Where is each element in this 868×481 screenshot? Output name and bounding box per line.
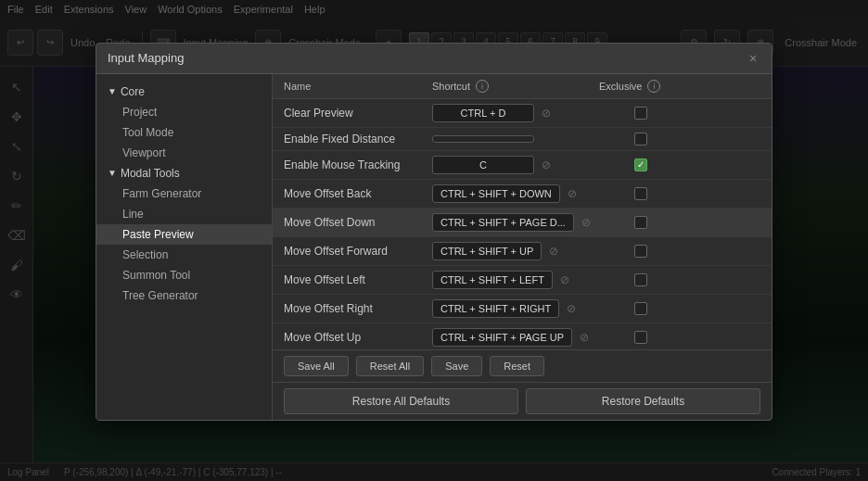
tree-item-paste-preview[interactable]: Paste Preview xyxy=(96,224,272,245)
tree-panel: ▼ Core Project Tool Mode Viewport ▼ Moda… xyxy=(96,74,273,420)
row-shortcut-5: CTRL + SHIFT + UP ⊘ xyxy=(432,242,599,260)
action-bar: Save All Reset All Save Reset xyxy=(273,349,772,382)
row-name-6: Move Offset Left xyxy=(284,273,432,286)
shortcut-clear-icon-0[interactable]: ⊘ xyxy=(538,105,555,121)
row-exclusive-3 xyxy=(599,187,683,200)
row-shortcut-8: CTRL + SHIFT + PAGE UP ⊘ xyxy=(432,328,599,347)
exclusive-checkbox-0[interactable] xyxy=(634,107,647,120)
exclusive-info-icon[interactable]: i xyxy=(647,80,660,93)
table-row: Move Offset Down CTRL + SHIFT + PAGE D..… xyxy=(273,209,772,237)
exclusive-checkbox-3[interactable] xyxy=(634,187,647,200)
shortcut-info-icon[interactable]: i xyxy=(476,80,489,93)
row-name-3: Move Offset Back xyxy=(284,187,432,200)
tree-item-summon-tool[interactable]: Summon Tool xyxy=(96,265,272,285)
table-row: Move Offset Back CTRL + SHIFT + DOWN ⊘ xyxy=(273,180,772,209)
tree-item-toolmode[interactable]: Tool Mode xyxy=(96,122,272,143)
tree-section-modal-tools[interactable]: ▼ Modal Tools xyxy=(96,163,272,184)
table-row: Move Offset Left CTRL + SHIFT + LEFT ⊘ xyxy=(273,266,772,295)
row-name-4: Move Offset Down xyxy=(284,216,432,229)
row-name-8: Move Offset Up xyxy=(284,331,432,344)
row-exclusive-1 xyxy=(599,133,683,146)
tree-item-line[interactable]: Line xyxy=(96,204,272,224)
exclusive-checkbox-2[interactable] xyxy=(634,158,647,171)
footer-bar: Restore All Defaults Restore Defaults xyxy=(273,382,772,420)
table-header: Name Shortcut i Exclusive i xyxy=(273,74,772,99)
dialog-title: Input Mapping xyxy=(108,51,184,65)
row-exclusive-4 xyxy=(599,216,683,229)
tree-item-tree-generator[interactable]: Tree Generator xyxy=(96,285,272,306)
exclusive-checkbox-4[interactable] xyxy=(634,216,647,229)
shortcut-clear-icon-6[interactable]: ⊘ xyxy=(556,272,573,288)
exclusive-checkbox-1[interactable] xyxy=(634,133,647,146)
table-row: Move Offset Forward CTRL + SHIFT + UP ⊘ xyxy=(273,237,772,266)
shortcut-badge-2[interactable]: C xyxy=(432,156,534,174)
tree-section-core-label: Core xyxy=(121,85,145,98)
table-row: Clear Preview CTRL + D ⊘ xyxy=(273,99,772,128)
shortcut-badge-5[interactable]: CTRL + SHIFT + UP xyxy=(432,242,542,260)
exclusive-checkbox-8[interactable] xyxy=(634,331,647,344)
dialog-close-button[interactable]: × xyxy=(746,51,760,66)
shortcut-clear-icon-8[interactable]: ⊘ xyxy=(576,329,593,346)
header-shortcut: Shortcut i xyxy=(432,80,599,93)
tree-item-selection[interactable]: Selection xyxy=(96,245,272,265)
shortcut-clear-icon-3[interactable]: ⊘ xyxy=(564,185,581,202)
row-exclusive-0 xyxy=(599,107,683,120)
row-name-1: Enable Fixed Distance xyxy=(284,133,432,146)
exclusive-checkbox-6[interactable] xyxy=(634,273,647,286)
row-name-2: Enable Mouse Tracking xyxy=(284,158,432,171)
save-all-button[interactable]: Save All xyxy=(284,356,349,376)
table-row: Enable Mouse Tracking C ⊘ xyxy=(273,151,772,180)
row-name-7: Move Offset Right xyxy=(284,302,432,315)
header-name: Name xyxy=(284,81,432,92)
shortcut-clear-icon-7[interactable]: ⊘ xyxy=(563,300,580,317)
table-row: Enable Fixed Distance xyxy=(273,128,772,151)
dialog-body: ▼ Core Project Tool Mode Viewport ▼ Moda… xyxy=(96,74,772,420)
restore-defaults-button[interactable]: Restore Defaults xyxy=(526,388,760,414)
row-exclusive-6 xyxy=(599,273,683,286)
tree-section-core[interactable]: ▼ Core xyxy=(96,82,272,102)
row-name-5: Move Offset Forward xyxy=(284,245,432,258)
row-name-0: Clear Preview xyxy=(284,107,432,120)
dialog-title-bar: Input Mapping × xyxy=(96,44,772,74)
row-shortcut-1 xyxy=(432,135,599,143)
shortcut-badge-4[interactable]: CTRL + SHIFT + PAGE D... xyxy=(432,213,574,232)
save-button[interactable]: Save xyxy=(431,356,482,376)
restore-all-defaults-button[interactable]: Restore All Defaults xyxy=(284,388,518,414)
header-exclusive: Exclusive i xyxy=(599,80,683,93)
row-shortcut-2: C ⊘ xyxy=(432,156,599,174)
row-shortcut-3: CTRL + SHIFT + DOWN ⊘ xyxy=(432,184,599,203)
reset-button[interactable]: Reset xyxy=(490,356,544,376)
table-body: Clear Preview CTRL + D ⊘ Enable Fixed Di… xyxy=(273,99,772,349)
row-shortcut-0: CTRL + D ⊘ xyxy=(432,104,599,122)
table-row: Move Offset Right CTRL + SHIFT + RIGHT ⊘ xyxy=(273,295,772,323)
shortcut-badge-3[interactable]: CTRL + SHIFT + DOWN xyxy=(432,184,560,203)
tree-item-viewport[interactable]: Viewport xyxy=(96,143,272,163)
content-panel: Name Shortcut i Exclusive i Clear Previe… xyxy=(273,74,772,420)
shortcut-clear-icon-4[interactable]: ⊘ xyxy=(578,214,594,231)
shortcut-clear-icon-2[interactable]: ⊘ xyxy=(538,157,555,173)
row-shortcut-4: CTRL + SHIFT + PAGE D... ⊘ xyxy=(432,213,599,232)
row-shortcut-6: CTRL + SHIFT + LEFT ⊘ xyxy=(432,271,599,289)
reset-all-button[interactable]: Reset All xyxy=(356,356,424,376)
shortcut-badge-1[interactable] xyxy=(432,135,534,143)
exclusive-checkbox-7[interactable] xyxy=(634,302,647,315)
modal-tools-arrow-icon: ▼ xyxy=(108,168,117,178)
shortcut-badge-8[interactable]: CTRL + SHIFT + PAGE UP xyxy=(432,328,572,347)
row-shortcut-7: CTRL + SHIFT + RIGHT ⊘ xyxy=(432,299,599,318)
exclusive-checkbox-5[interactable] xyxy=(634,245,647,258)
tree-section-modal-label: Modal Tools xyxy=(121,167,180,180)
tree-item-farm-generator[interactable]: Farm Generator xyxy=(96,184,272,204)
shortcut-badge-6[interactable]: CTRL + SHIFT + LEFT xyxy=(432,271,553,289)
shortcut-clear-icon-5[interactable]: ⊘ xyxy=(545,243,562,259)
modal-overlay: Input Mapping × ▼ Core Project Tool Mode… xyxy=(0,0,868,481)
row-exclusive-8 xyxy=(599,331,683,344)
tree-item-project[interactable]: Project xyxy=(96,102,272,122)
row-exclusive-7 xyxy=(599,302,683,315)
core-arrow-icon: ▼ xyxy=(108,86,117,96)
table-row: Move Offset Up CTRL + SHIFT + PAGE UP ⊘ xyxy=(273,323,772,349)
row-exclusive-2 xyxy=(599,158,683,171)
shortcut-badge-7[interactable]: CTRL + SHIFT + RIGHT xyxy=(432,299,559,318)
row-exclusive-5 xyxy=(599,245,683,258)
shortcut-badge-0[interactable]: CTRL + D xyxy=(432,104,534,122)
input-mapping-dialog: Input Mapping × ▼ Core Project Tool Mode… xyxy=(96,43,772,421)
